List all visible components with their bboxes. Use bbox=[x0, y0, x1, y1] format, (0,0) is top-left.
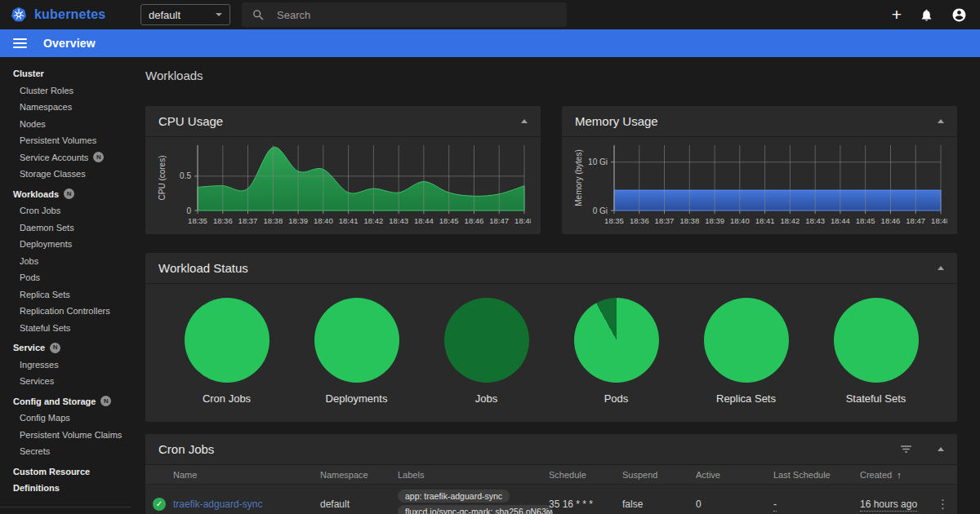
sidebar-item-storage-classes[interactable]: Storage Classes bbox=[0, 166, 131, 183]
column-header-labels[interactable]: Labels bbox=[398, 470, 549, 480]
sidebar-item-label: Config Maps bbox=[20, 410, 70, 427]
sidebar-item-label: Stateful Sets bbox=[20, 320, 70, 337]
sidebar-item-service-accounts[interactable]: Service AccountsN bbox=[0, 149, 131, 166]
svg-text:Memory (bytes): Memory (bytes) bbox=[574, 149, 583, 206]
row-menu-button[interactable]: ⋮ bbox=[929, 497, 957, 512]
filter-icon[interactable] bbox=[899, 442, 913, 456]
cell-namespace: default bbox=[320, 498, 398, 510]
sidebar-item-label: Persistent Volumes bbox=[20, 132, 96, 149]
sidebar-item-label: Storage Classes bbox=[20, 166, 86, 183]
sidebar-section-config-and-storage[interactable]: Config and StorageN bbox=[0, 393, 131, 410]
sidebar-item-label: Jobs bbox=[20, 253, 38, 270]
sidebar-item-config-maps[interactable]: Config Maps bbox=[0, 410, 131, 427]
sidebar-item-label: Pods bbox=[20, 269, 40, 286]
workload-pie-cron-jobs: Cron Jobs bbox=[170, 298, 284, 405]
sidebar-item-ingresses[interactable]: Ingresses bbox=[0, 357, 131, 374]
notifications-button[interactable] bbox=[920, 8, 933, 22]
pie-label: Deployments bbox=[326, 392, 388, 405]
column-header-created[interactable]: Created ↑ bbox=[860, 470, 929, 480]
column-header-name[interactable]: Name bbox=[173, 470, 320, 480]
sidebar-item-replica-sets[interactable]: Replica Sets bbox=[0, 286, 131, 304]
bell-icon bbox=[920, 8, 933, 22]
page-title: Overview bbox=[43, 37, 96, 50]
column-header-namespace[interactable]: Namespace bbox=[320, 470, 398, 480]
sidebar-item-nodes[interactable]: Nodes bbox=[0, 116, 131, 133]
column-header-active[interactable]: Active bbox=[696, 470, 773, 480]
workload-pie-stateful-sets: Stateful Sets bbox=[819, 298, 933, 405]
sidebar-section-custom-resource-definitions[interactable]: Custom Resource Definitions bbox=[0, 463, 131, 497]
svg-text:18:42: 18:42 bbox=[781, 216, 800, 225]
column-header-schedule[interactable]: Schedule bbox=[549, 470, 622, 480]
pie-chart bbox=[314, 298, 399, 383]
table-row: ✓ traefik-adguard-sync default app: trae… bbox=[145, 485, 957, 514]
sidebar-item-label: Service Accounts bbox=[20, 149, 88, 166]
topbar-actions: + bbox=[892, 7, 980, 23]
memory-usage-panel-title: Memory Usage bbox=[575, 114, 658, 128]
sidebar-item-label: Namespaces bbox=[20, 99, 72, 116]
account-button[interactable] bbox=[951, 7, 967, 23]
workload-status-pies: Cron JobsDeploymentsJobsPodsReplica Sets… bbox=[145, 284, 957, 405]
memory-usage-panel: Memory Usage 18:3518:3618:3718:3818:3918… bbox=[562, 106, 957, 234]
sidebar-item-replication-controllers[interactable]: Replication Controllers bbox=[0, 303, 131, 320]
sidebar-item-namespaces[interactable]: Namespaces bbox=[0, 99, 131, 116]
sidebar-item-persistent-volumes[interactable]: Persistent Volumes bbox=[0, 132, 131, 149]
sidebar-item-deployments[interactable]: Deployments bbox=[0, 236, 131, 253]
svg-text:18:47: 18:47 bbox=[489, 216, 509, 225]
create-resource-button[interactable]: + bbox=[892, 7, 902, 22]
svg-text:0: 0 bbox=[186, 206, 191, 215]
sidebar-section-label: Service bbox=[13, 339, 45, 357]
svg-text:18:45: 18:45 bbox=[856, 216, 875, 225]
sidebar-item-secrets[interactable]: Secrets bbox=[0, 443, 131, 460]
sidebar-item-cluster-roles[interactable]: Cluster Roles bbox=[0, 82, 131, 100]
sidebar-item-pods[interactable]: Pods bbox=[0, 269, 131, 286]
search-box[interactable] bbox=[242, 2, 567, 27]
cell-schedule: 35 16 * * * bbox=[549, 498, 622, 510]
sidebar-item-daemon-sets[interactable]: Daemon Sets bbox=[0, 219, 131, 237]
sidebar-item-stateful-sets[interactable]: Stateful Sets bbox=[0, 320, 131, 337]
namespace-select[interactable]: default bbox=[140, 4, 230, 25]
svg-text:18:48: 18:48 bbox=[931, 216, 947, 225]
column-header-suspend[interactable]: Suspend bbox=[622, 470, 696, 480]
collapse-arrow-icon[interactable] bbox=[521, 119, 528, 123]
topbar: kubernetes default + bbox=[0, 0, 980, 29]
svg-text:18:35: 18:35 bbox=[604, 216, 624, 225]
sidebar-section-label: Cluster bbox=[13, 65, 44, 82]
cronjob-name-link[interactable]: traefik-adguard-sync bbox=[173, 498, 320, 510]
kubernetes-home-link[interactable]: kubernetes bbox=[0, 6, 140, 24]
pie-chart bbox=[834, 298, 919, 383]
collapse-arrow-icon[interactable] bbox=[938, 266, 944, 270]
sidebar-item-persistent-volume-claims[interactable]: Persistent Volume Claims bbox=[0, 427, 131, 444]
pie-label: Jobs bbox=[475, 392, 497, 405]
svg-text:18:40: 18:40 bbox=[314, 216, 333, 225]
workload-pie-jobs: Jobs bbox=[430, 298, 544, 405]
new-badge: N bbox=[100, 396, 111, 406]
sidebar-section-cluster[interactable]: Cluster bbox=[0, 65, 131, 82]
svg-text:0.5: 0.5 bbox=[180, 171, 191, 180]
sidebar-section-workloads[interactable]: WorkloadsN bbox=[0, 186, 131, 203]
workload-pie-deployments: Deployments bbox=[300, 298, 414, 405]
sidebar-section-service[interactable]: ServiceN bbox=[0, 339, 131, 357]
pie-chart bbox=[444, 298, 529, 383]
search-input[interactable] bbox=[277, 9, 557, 21]
column-header-last-schedule[interactable]: Last Schedule bbox=[773, 470, 860, 480]
menu-button[interactable] bbox=[11, 35, 29, 51]
sidebar-item-label: Deployments bbox=[20, 236, 72, 253]
collapse-arrow-icon[interactable] bbox=[938, 447, 944, 451]
memory-usage-chart: 18:3518:3618:3718:3818:3918:4018:4118:42… bbox=[562, 137, 957, 235]
sidebar-item-jobs[interactable]: Jobs bbox=[0, 253, 131, 270]
appbar: Overview bbox=[0, 29, 980, 57]
sidebar-item-services[interactable]: Services bbox=[0, 373, 131, 390]
sidebar-item-cron-jobs[interactable]: Cron Jobs bbox=[0, 202, 131, 219]
cell-suspend: false bbox=[622, 498, 696, 510]
sidebar-item-label: Replication Controllers bbox=[20, 303, 110, 320]
cpu-usage-panel-title: CPU Usage bbox=[158, 114, 223, 128]
cron-jobs-panel: Cron Jobs Name Namespace Labels Schedule… bbox=[145, 434, 957, 514]
sidebar-nav: ClusterCluster RolesNamespacesNodesPersi… bbox=[0, 57, 131, 514]
sidebar-item-label: Replica Sets bbox=[20, 286, 70, 304]
sidebar-item-label: Services bbox=[20, 373, 54, 390]
pie-chart bbox=[574, 298, 659, 383]
sidebar-item-label: Ingresses bbox=[20, 357, 59, 374]
cpu-usage-plot: 18:3518:3618:3718:3818:3918:4018:4118:42… bbox=[155, 139, 531, 232]
collapse-arrow-icon[interactable] bbox=[938, 119, 944, 123]
svg-text:18:38: 18:38 bbox=[679, 216, 699, 225]
